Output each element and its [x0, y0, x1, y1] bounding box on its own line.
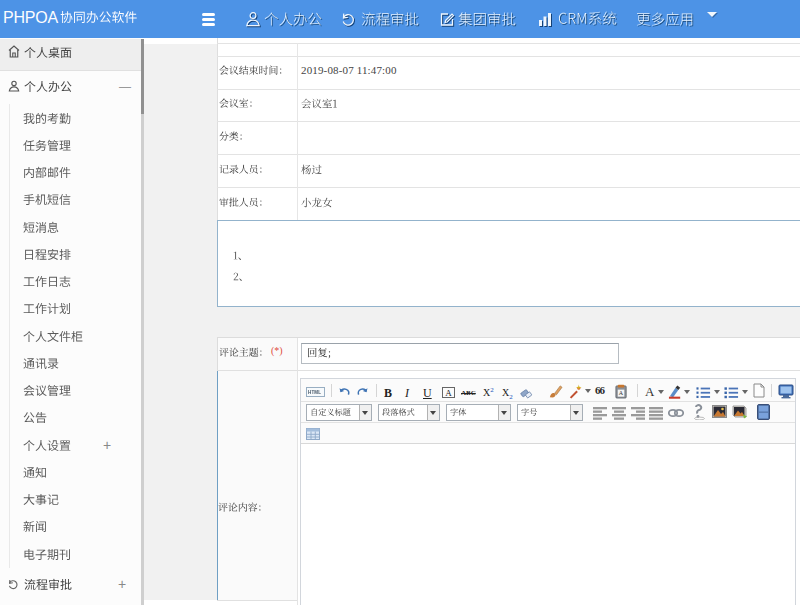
svg-text:A: A	[619, 390, 624, 396]
